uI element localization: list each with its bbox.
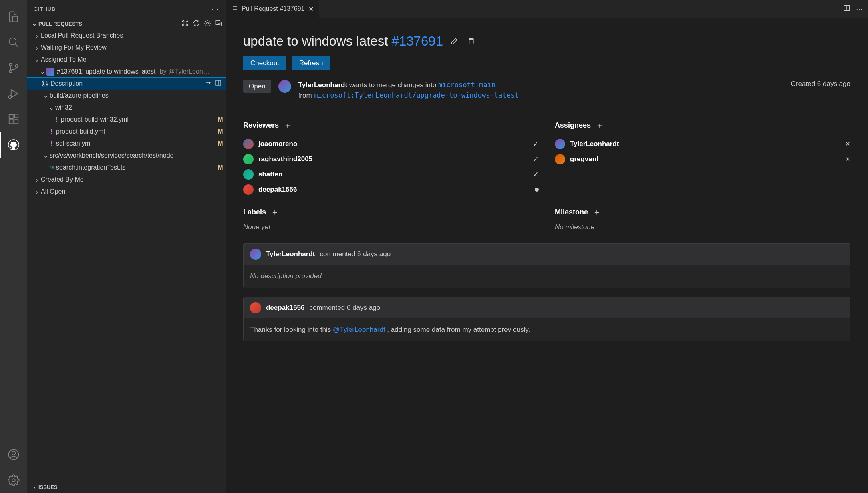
chevron-right-icon: › xyxy=(33,44,41,51)
folder-win32[interactable]: ⌄ win32 xyxy=(27,102,226,114)
svg-point-13 xyxy=(182,20,184,22)
pr-item[interactable]: ⌄ #137691: update to windows latest by @… xyxy=(27,66,226,78)
modified-badge: M xyxy=(215,116,226,123)
close-icon[interactable]: ✕ xyxy=(308,5,314,13)
svg-point-16 xyxy=(207,22,209,24)
avatar xyxy=(243,154,254,164)
yml-file-icon: ! xyxy=(47,140,56,147)
split-editor-icon[interactable] xyxy=(843,4,850,13)
group-local-branches[interactable]: › Local Pull Request Branches xyxy=(27,30,226,42)
more-icon[interactable]: ⋯ xyxy=(856,5,862,13)
checkout-button[interactable]: Checkout xyxy=(243,56,286,70)
avatar xyxy=(243,184,254,195)
svg-point-0 xyxy=(9,38,16,45)
sidebar-title: GITHUB xyxy=(34,6,211,12)
svg-rect-5 xyxy=(9,115,13,119)
avatar xyxy=(243,139,254,149)
explorer-icon[interactable] xyxy=(0,4,27,30)
svg-point-2 xyxy=(9,70,12,73)
remove-icon[interactable]: ✕ xyxy=(845,140,850,148)
refresh-icon[interactable] xyxy=(193,20,200,28)
check-icon: ✓ xyxy=(533,140,539,148)
git-pull-request-icon xyxy=(42,80,50,87)
check-icon: ✓ xyxy=(533,155,539,164)
svg-point-11 xyxy=(12,451,16,455)
add-reviewer-icon[interactable]: ＋ xyxy=(284,120,292,131)
svg-point-18 xyxy=(42,81,44,82)
modified-badge: M xyxy=(215,140,226,147)
svg-rect-6 xyxy=(9,120,13,124)
create-pr-icon[interactable] xyxy=(181,20,189,28)
chevron-right-icon: › xyxy=(33,176,41,183)
milestone-section: Milestone ＋ No milestone xyxy=(555,207,850,231)
chevron-down-icon: ⌄ xyxy=(42,152,50,159)
pr-tree: › Local Pull Request Branches › Waiting … xyxy=(27,30,226,481)
svg-point-3 xyxy=(15,65,18,67)
source-control-icon[interactable] xyxy=(0,55,27,81)
avatar xyxy=(555,139,565,149)
svg-point-1 xyxy=(9,63,12,66)
remove-icon[interactable]: ✕ xyxy=(845,156,850,163)
status-badge: Open xyxy=(243,80,271,93)
timeline-item: TylerLeonhardt commented 6 days ago No d… xyxy=(243,243,850,288)
assignee-row: TylerLeonhardt ✕ xyxy=(555,136,850,152)
file-product-build-win32[interactable]: ! product-build-win32.yml M xyxy=(27,114,226,126)
copy-icon[interactable] xyxy=(465,36,477,47)
open-icon[interactable] xyxy=(205,80,212,88)
tab-pr[interactable]: Pull Request #137691 ✕ xyxy=(226,0,320,18)
folder-src[interactable]: ⌄ src/vs/workbench/services/search/test/… xyxy=(27,150,226,162)
add-milestone-icon[interactable]: ＋ xyxy=(593,207,601,218)
yml-file-icon: ! xyxy=(47,128,56,135)
modified-badge: M xyxy=(215,164,226,171)
chevron-down-icon: ⌄ xyxy=(42,92,50,99)
gear-icon[interactable] xyxy=(204,20,211,28)
timeline-item: deepak1556 commented 6 days ago Thanks f… xyxy=(243,297,850,342)
svg-point-12 xyxy=(12,479,15,482)
settings-gear-icon[interactable] xyxy=(0,467,27,493)
svg-rect-17 xyxy=(216,20,220,24)
file-search-test[interactable]: TS search.integrationTest.ts M xyxy=(27,162,226,174)
refresh-button[interactable]: Refresh xyxy=(292,56,330,70)
activity-bar xyxy=(0,0,27,493)
file-product-build[interactable]: ! product-build.yml M xyxy=(27,126,226,138)
svg-rect-7 xyxy=(14,120,18,124)
account-icon[interactable] xyxy=(0,442,27,467)
svg-point-20 xyxy=(46,84,48,86)
pr-description[interactable]: Description xyxy=(27,78,226,90)
avatar xyxy=(250,249,261,260)
add-assignee-icon[interactable]: ＋ xyxy=(596,120,604,131)
reviewer-row: sbatten ✓ xyxy=(243,167,539,182)
svg-point-19 xyxy=(42,84,44,86)
split-editor-icon[interactable] xyxy=(215,80,222,88)
reviewers-section: Reviewers ＋ joaomoreno ✓ raghavthind2005… xyxy=(243,120,539,197)
edit-icon[interactable] xyxy=(449,36,460,47)
tab-label: Pull Request #137691 xyxy=(242,5,304,12)
chevron-down-icon: ⌄ xyxy=(33,56,41,63)
editor-area: Pull Request #137691 ✕ ⋯ update to windo… xyxy=(226,0,868,493)
tab-bar: Pull Request #137691 ✕ ⋯ xyxy=(226,0,868,18)
section-pull-requests[interactable]: ⌄ PULL REQUESTS xyxy=(27,18,226,30)
mention[interactable]: @TylerLeonhardt xyxy=(333,326,385,333)
group-waiting-review[interactable]: › Waiting For My Review xyxy=(27,42,226,54)
avatar xyxy=(278,80,291,93)
group-assigned[interactable]: ⌄ Assigned To Me xyxy=(27,54,226,66)
add-label-icon[interactable]: ＋ xyxy=(271,207,279,218)
ts-file-icon: TS xyxy=(47,165,56,170)
chevron-down-icon: ⌄ xyxy=(38,68,46,75)
reviewer-row: joaomoreno ✓ xyxy=(243,136,539,152)
github-icon[interactable] xyxy=(0,132,27,158)
search-icon[interactable] xyxy=(0,30,27,55)
check-icon: ✓ xyxy=(533,170,539,179)
group-all-open[interactable]: › All Open xyxy=(27,186,226,198)
section-issues[interactable]: › ISSUES xyxy=(27,481,226,493)
folder-build[interactable]: ⌄ build/azure-pipelines xyxy=(27,90,226,102)
collapse-all-icon[interactable] xyxy=(215,20,222,28)
extensions-icon[interactable] xyxy=(0,106,27,132)
more-icon[interactable]: ⋯ xyxy=(211,4,219,13)
chevron-right-icon: › xyxy=(30,484,38,490)
group-created-by-me[interactable]: › Created By Me xyxy=(27,174,226,186)
pending-dot-icon xyxy=(535,188,539,192)
file-sdl-scan[interactable]: ! sdl-scan.yml M xyxy=(27,138,226,150)
merge-text: TylerLeonhardt wants to merge changes in… xyxy=(298,80,784,100)
run-debug-icon[interactable] xyxy=(0,81,27,106)
